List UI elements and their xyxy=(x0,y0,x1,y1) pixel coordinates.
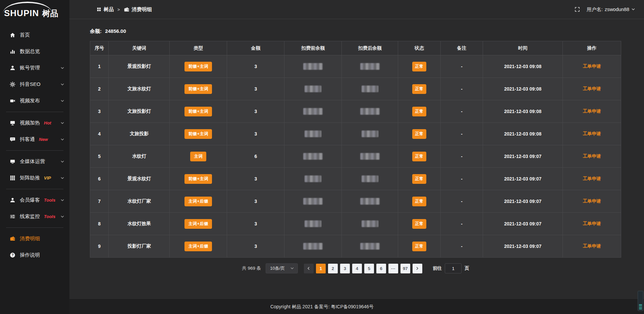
cell-remark: - xyxy=(440,100,483,123)
column-header: 金额 xyxy=(227,41,284,55)
cell-index: 7 xyxy=(90,190,109,213)
column-header: 类型 xyxy=(170,41,227,55)
status-badge: 正常 xyxy=(412,129,426,139)
page-button-4[interactable]: 4 xyxy=(352,264,362,273)
page-button-5[interactable]: 5 xyxy=(364,264,374,273)
cell-type: 前缀+主词 xyxy=(170,55,227,78)
cell-keyword: 水纹灯 xyxy=(109,145,170,168)
ticket-apply-link[interactable]: 工单申请 xyxy=(583,109,601,114)
sidebar-item-operation-guide[interactable]: ?操作说明 xyxy=(0,247,69,263)
breadcrumb-home-label: 树品 xyxy=(104,6,114,13)
sidebar-item-member-baoke[interactable]: 会员爆客Tools xyxy=(0,192,69,208)
video-camera-icon xyxy=(9,98,15,104)
sidebar-item-label: 操作说明 xyxy=(20,252,40,258)
cell-amount: 3 xyxy=(227,168,284,190)
cell-balance-before xyxy=(284,55,342,78)
sidebar-item-account-manage[interactable]: 账号管理 xyxy=(0,60,69,76)
page-button-6[interactable]: 6 xyxy=(376,264,386,273)
cell-time: 2021-12-03 09:08 xyxy=(483,123,562,145)
home-icon xyxy=(9,32,15,38)
sidebar-item-label: 视频加热 xyxy=(20,120,40,126)
cell-type: 主词+后缀 xyxy=(170,190,227,213)
sidebar-divider xyxy=(6,112,63,112)
page-button-2[interactable]: 2 xyxy=(328,264,338,273)
cell-index: 2 xyxy=(90,78,109,100)
ticket-apply-link[interactable]: 工单申请 xyxy=(583,176,601,181)
svg-text:?: ? xyxy=(11,253,13,257)
column-header: 扣费前余额 xyxy=(284,41,342,55)
cell-time: 2021-12-03 09:08 xyxy=(483,78,562,100)
censored-value xyxy=(303,108,323,115)
status-badge: 正常 xyxy=(412,62,426,71)
sidebar-item-clue-monitor[interactable]: 线索监控Tools xyxy=(0,208,69,225)
copyright-text: Copyright 树品 2021 备案号: 粤ICP备09019646号 xyxy=(270,304,374,310)
sidebar-menu: 首页数据总览账号管理抖音SEO视频发布视频加热Hot抖客通New全媒体运营矩阵助… xyxy=(0,22,69,263)
censored-value xyxy=(303,243,323,250)
type-badge: 前缀+主词 xyxy=(184,62,212,71)
cell-amount: 3 xyxy=(227,123,284,145)
cell-remark: - xyxy=(440,213,483,235)
user-icon xyxy=(9,65,15,71)
username: zswodun88 xyxy=(605,7,629,12)
page-ellipsis[interactable]: ··· xyxy=(388,264,398,273)
cell-action: 工单申请 xyxy=(562,100,621,123)
ticket-apply-link[interactable]: 工单申请 xyxy=(583,131,601,136)
sidebar-item-video-publish[interactable]: 视频发布 xyxy=(0,93,69,109)
censored-value xyxy=(303,198,323,205)
censored-value xyxy=(305,130,321,137)
cell-status: 正常 xyxy=(398,235,441,258)
censored-value xyxy=(360,243,380,250)
sidebar-item-label: 首页 xyxy=(20,32,30,38)
cell-action: 工单申请 xyxy=(562,123,621,145)
sidebar-item-video-heat[interactable]: 视频加热Hot xyxy=(0,115,69,131)
ticket-apply-link[interactable]: 工单申请 xyxy=(583,64,601,69)
side-scroll-widget[interactable] xyxy=(638,291,643,311)
page-button-1[interactable]: 1 xyxy=(316,264,326,273)
cell-balance-after xyxy=(342,55,398,78)
sidebar-item-douyin-seo[interactable]: 抖音SEO xyxy=(0,76,69,93)
cell-remark: - xyxy=(440,145,483,168)
cell-remark: - xyxy=(440,235,483,258)
cell-amount: 3 xyxy=(227,55,284,78)
page-button-3[interactable]: 3 xyxy=(340,264,350,273)
ticket-apply-link[interactable]: 工单申请 xyxy=(583,154,601,159)
censored-value xyxy=(360,198,380,205)
cell-amount: 3 xyxy=(227,213,284,235)
main-content: 余额: 24856.00 序号关键词类型金额扣费前余额扣费后余额状态备注时间操作… xyxy=(69,19,644,299)
type-badge: 主词 xyxy=(190,152,206,161)
cell-type: 前缀+主词 xyxy=(170,168,227,190)
wallet-icon xyxy=(9,236,15,242)
censored-value xyxy=(362,220,378,227)
prev-page-button[interactable] xyxy=(304,264,314,273)
ticket-apply-link[interactable]: 工单申请 xyxy=(583,221,601,226)
sidebar-item-douketong[interactable]: 抖客通New xyxy=(0,131,69,148)
sidebar-item-home[interactable]: 首页 xyxy=(0,27,69,43)
ticket-apply-link[interactable]: 工单申请 xyxy=(583,244,601,249)
fullscreen-icon[interactable] xyxy=(575,7,580,12)
sidebar-item-media-operation[interactable]: 全媒体运营 xyxy=(0,153,69,170)
sidebar-item-consume-detail[interactable]: 消费明细 xyxy=(0,230,69,247)
sidebar-item-matrix-boost[interactable]: 矩阵助推VIP xyxy=(0,170,69,186)
cell-keyword: 景观水纹灯 xyxy=(109,168,170,190)
cell-keyword: 文旅水纹灯 xyxy=(109,78,170,100)
ticket-apply-link[interactable]: 工单申请 xyxy=(583,86,601,91)
topbar: 树品 > 消费明细 用户名: zswodun88 xyxy=(69,0,644,19)
censored-value xyxy=(360,108,380,115)
cell-balance-after xyxy=(342,100,398,123)
chevron-down-icon xyxy=(60,160,64,164)
breadcrumb-current: 消费明细 xyxy=(124,6,152,13)
chevron-right-icon xyxy=(415,266,419,270)
ticket-apply-link[interactable]: 工单申请 xyxy=(583,199,601,204)
wallet-icon xyxy=(124,7,129,12)
breadcrumb-home[interactable]: 树品 xyxy=(97,6,114,13)
page-size-select[interactable]: 10条/页 xyxy=(266,263,298,273)
cell-time: 2021-12-03 09:07 xyxy=(483,168,562,190)
user-menu[interactable]: 用户名: zswodun88 xyxy=(587,6,635,13)
cell-status: 正常 xyxy=(398,190,441,213)
next-page-button[interactable] xyxy=(413,264,422,273)
sidebar: SHUPIN 树品 首页数据总览账号管理抖音SEO视频发布视频加热Hot抖客通N… xyxy=(0,0,69,314)
page-button-97[interactable]: 97 xyxy=(400,264,410,273)
cell-action: 工单申请 xyxy=(562,55,621,78)
goto-page-input[interactable] xyxy=(445,263,462,273)
sidebar-item-data-overview[interactable]: 数据总览 xyxy=(0,43,69,60)
